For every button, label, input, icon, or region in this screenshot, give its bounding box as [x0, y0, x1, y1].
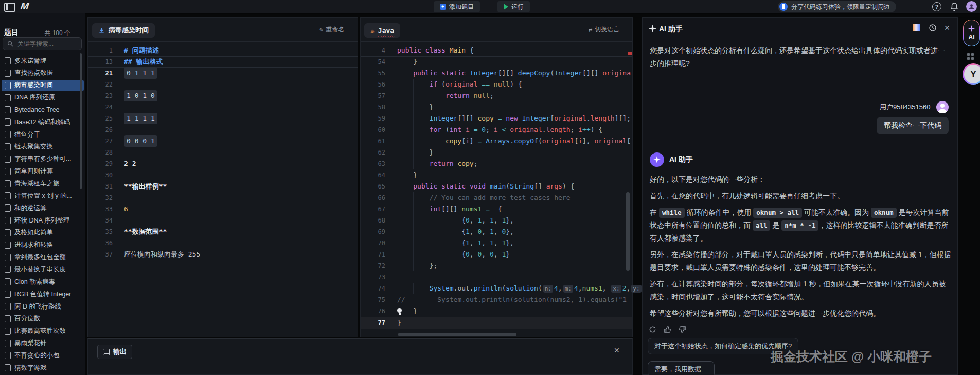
description-line[interactable]: 22 — [88, 79, 358, 90]
sidebar-item[interactable]: 青海湖租车之旅 — [2, 178, 84, 190]
sidebar-item[interactable]: 计算位置 x 到 y 的... — [2, 190, 84, 201]
code-line[interactable]: 56if (original == null) { — [361, 79, 632, 90]
sidebar-item[interactable]: 百分位数 — [2, 313, 84, 325]
code-line[interactable]: 68{0, 1, 1, 1}, — [361, 215, 632, 226]
sidebar-item[interactable]: 暴雨梨花针 — [2, 338, 84, 349]
description-line[interactable]: 34 — [88, 215, 358, 226]
regenerate-icon[interactable] — [649, 326, 656, 333]
sidebar-item[interactable]: 链表聚集交换 — [2, 141, 84, 152]
thumbs-down-icon[interactable] — [679, 326, 686, 333]
code-line[interactable]: 71{0, 0, 0, 1} — [361, 249, 632, 260]
code-line[interactable]: 54} — [361, 56, 632, 67]
code-line[interactable]: 67int[][] nums1 = { — [361, 203, 632, 215]
sidebar-item[interactable]: DNA 序列还原 — [2, 92, 84, 104]
description-line[interactable]: 26 — [88, 124, 358, 135]
share-banner-button[interactable]: 分享代码练习体验，领限量定制周边 — [778, 1, 896, 12]
sidebar-item[interactable]: 不再贪心的小包 — [2, 350, 84, 361]
code-vertical-scrollbar[interactable] — [626, 192, 630, 271]
sidebar-item[interactable]: Bytedance Tree — [2, 104, 84, 115]
code-line[interactable]: 63return copy; — [361, 158, 632, 169]
sidebar-item[interactable]: 环状 DNA 序列整理 — [2, 215, 84, 226]
code-line[interactable]: 74System.out.println(solution(n:4,m:4,nu… — [361, 283, 632, 294]
sidebar-item[interactable]: 字符串有多少种可... — [2, 154, 84, 165]
code-horizontal-scrollbar[interactable] — [398, 333, 516, 336]
sidebar-scrollbar[interactable] — [80, 53, 82, 189]
code-line[interactable]: 77} — [361, 317, 632, 329]
sidebar-item[interactable]: 最小替换子串长度 — [2, 264, 84, 275]
sidebar-item[interactable]: 猜数字游戏 — [2, 362, 84, 373]
rename-button[interactable]: ✎ 重命名 — [319, 25, 344, 34]
code-line[interactable]: 4public class Main { — [361, 45, 632, 56]
user-avatar[interactable] — [966, 1, 977, 12]
description-line[interactable]: 210 1 1 1 — [88, 67, 358, 79]
help-icon[interactable]: ? — [932, 2, 941, 11]
code-line[interactable]: 69{1, 0, 1, 0}, — [361, 226, 632, 237]
sidebar-toggle-icon[interactable] — [4, 3, 15, 12]
problem-tab[interactable]: 病毒感染时间 — [92, 23, 155, 38]
sidebar-item[interactable]: 拿到最多红包金额 — [2, 252, 84, 263]
notification-bell-icon[interactable] — [950, 2, 959, 11]
history-icon[interactable] — [929, 24, 937, 32]
switch-language-button[interactable]: ⇄ 切换语言 — [589, 25, 619, 34]
description-line[interactable]: 36 — [88, 237, 358, 249]
code-line[interactable]: 70{1, 1, 1, 1}, — [361, 237, 632, 249]
sidebar-item[interactable]: Cion 勒索病毒 — [2, 276, 84, 287]
description-line[interactable]: 28 — [88, 147, 358, 158]
sidebar-item[interactable]: 和的逆运算 — [2, 202, 84, 214]
sidebar-item[interactable]: 病毒感染时间 — [2, 80, 84, 91]
code-line[interactable]: 59Integer[][] copy = new Integer[origina… — [361, 113, 632, 124]
search-input[interactable] — [16, 40, 75, 48]
code-line[interactable]: 57return null; — [361, 90, 632, 101]
gradient-theme-icon[interactable] — [913, 24, 920, 31]
description-line[interactable]: 31**输出样例** — [88, 181, 358, 192]
code-line[interactable]: 60for (int i = 0; i < original.length; i… — [361, 124, 632, 135]
description-line[interactable]: 24 — [88, 101, 358, 113]
code-line[interactable]: 58} — [361, 101, 632, 113]
lightbulb-icon[interactable] — [397, 308, 402, 313]
code-line[interactable]: 65public static void main(String[] args)… — [361, 181, 632, 192]
code-line[interactable]: 66// You can add more test cases here — [361, 192, 632, 203]
thumbs-up-icon[interactable] — [664, 326, 671, 333]
code-line[interactable]: 72}; — [361, 260, 632, 271]
floating-avatar[interactable]: Y — [963, 63, 980, 85]
add-problem-button[interactable]: + 添加题目 — [434, 1, 480, 12]
run-button[interactable]: 运行 — [497, 1, 530, 12]
code-line[interactable]: 62} — [361, 147, 632, 158]
sidebar-item[interactable]: 简单四则计算 — [2, 166, 84, 177]
sidebar-item[interactable]: Base32 编码和解码 — [2, 116, 84, 128]
sidebar-item[interactable]: 进制求和转换 — [2, 240, 84, 251]
code-line[interactable]: 55public static Integer[][] deepCopy(Int… — [361, 67, 632, 79]
description-line[interactable]: 270 0 0 1 — [88, 135, 358, 147]
sidebar-item[interactable]: RGB 色值转 Integer — [2, 288, 84, 300]
output-tab[interactable]: 输出 — [97, 345, 132, 359]
description-line[interactable]: 231 0 1 0 — [88, 90, 358, 101]
code-line[interactable]: 61copy[i] = Arrays.copyOf(original[i], o… — [361, 135, 632, 147]
search-box[interactable] — [3, 37, 82, 50]
code-line[interactable]: 76} — [361, 305, 632, 317]
description-line[interactable]: 35**数据范围** — [88, 226, 358, 237]
output-icon — [103, 349, 110, 355]
description-line[interactable]: 37座位横向和纵向最多 255 — [88, 249, 358, 260]
code-line[interactable]: 64} — [361, 169, 632, 181]
description-line[interactable]: 13## 输出格式 — [88, 56, 358, 67]
widgets-grid-icon[interactable] — [967, 53, 974, 60]
description-line[interactable]: 336 — [88, 203, 358, 215]
ai-toolbar-button[interactable]: AI — [963, 20, 980, 46]
sidebar-item[interactable]: 猫鱼分干 — [2, 129, 84, 140]
ai-panel-close-icon[interactable]: ✕ — [944, 24, 950, 32]
sidebar-item[interactable]: 阿 D 的飞行路线 — [2, 301, 84, 312]
description-line[interactable]: 1# 问题描述 — [88, 45, 358, 56]
sidebar-item[interactable]: 多米诺骨牌 — [2, 55, 84, 66]
code-line[interactable]: 75// System.out.println(solution(nums2, … — [361, 294, 632, 305]
sidebar-item[interactable]: 比赛最高获胜次数 — [2, 326, 84, 337]
description-line[interactable]: 292 2 — [88, 158, 358, 169]
output-close-icon[interactable]: ✕ — [614, 346, 620, 354]
sidebar-item[interactable]: 及格如此简单 — [2, 227, 84, 238]
code-line[interactable]: 73 — [361, 271, 632, 283]
description-line[interactable]: 32 — [88, 192, 358, 203]
sidebar-item[interactable]: 查找热点数据 — [2, 67, 84, 79]
description-line[interactable]: 251 1 1 1 — [88, 113, 358, 124]
language-tab[interactable]: ☕ Java — [364, 23, 400, 38]
description-line[interactable]: 30 — [88, 169, 358, 181]
suggested-question-chip[interactable]: 需要，我用数据二 — [648, 361, 715, 375]
